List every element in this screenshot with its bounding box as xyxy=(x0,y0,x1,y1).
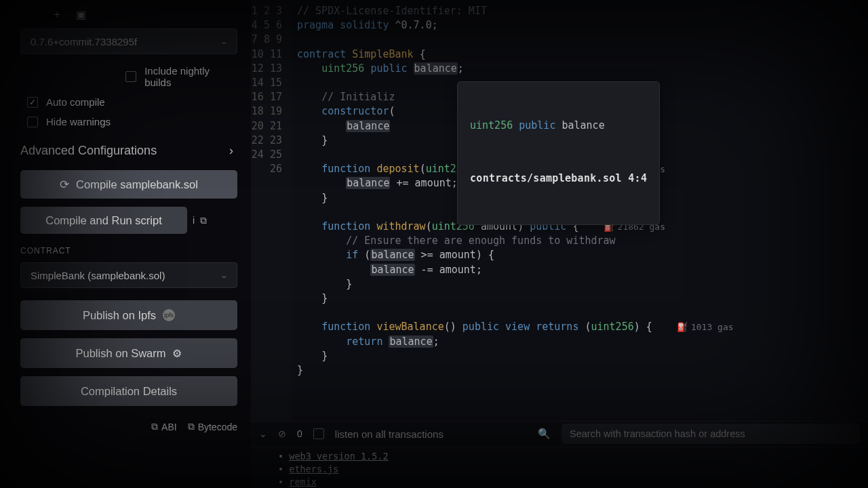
hidewarnings-label: Hide warnings xyxy=(46,116,111,127)
autocompile-checkbox[interactable] xyxy=(27,97,38,108)
terminal-log: • web3 version 1.5.2 • ethers.js • remix xyxy=(251,447,868,488)
listen-checkbox[interactable] xyxy=(313,428,324,439)
autocompile-label: Auto compile xyxy=(46,96,105,108)
contract-select[interactable]: SimpleBank (samplebank.sol) ⌄ xyxy=(20,262,237,288)
refresh-icon: ⟳ xyxy=(60,178,69,191)
panel-icon[interactable]: ▣ xyxy=(73,8,90,21)
tx-search-placeholder: Search with transaction hash or address xyxy=(570,428,745,439)
advanced-config-toggle[interactable]: Advanced Configurations › xyxy=(20,131,237,167)
tabs-row: ······ ＋ ▣ xyxy=(20,7,237,22)
publish-swarm-button[interactable]: Publish on Swarm ⚙ xyxy=(20,338,237,368)
pending-count: 0 xyxy=(297,428,302,439)
compiler-sidebar: ······ ＋ ▣ 0.7.6+commit.7338295f ⌄ Inclu… xyxy=(0,0,251,488)
contract-section-label: CONTRACT xyxy=(20,246,237,256)
hidewarnings-checkbox[interactable] xyxy=(27,117,38,127)
listen-label: listen on all transactions xyxy=(335,428,443,440)
log-ethers[interactable]: ethers.js xyxy=(289,464,338,474)
line-number-gutter: 1 2 3 4 5 6 7 8 9 10 11 12 13 14 15 16 1… xyxy=(251,0,292,421)
code-editor[interactable]: 1 2 3 4 5 6 7 8 9 10 11 12 13 14 15 16 1… xyxy=(251,0,868,488)
compiler-version-select[interactable]: 0.7.6+commit.7338295f ⌄ xyxy=(20,28,237,54)
compilation-details-button[interactable]: Compilation Details xyxy=(20,376,237,406)
copy-icon[interactable]: ⧉ xyxy=(200,215,207,226)
compile-run-button[interactable]: Compile and Run script xyxy=(20,207,187,234)
nightly-label: Include nightly builds xyxy=(144,65,237,88)
abi-link[interactable]: ⧉ ABI xyxy=(151,421,177,432)
search-icon[interactable]: 🔍 xyxy=(538,428,551,440)
info-icon[interactable]: i xyxy=(193,215,195,226)
chevron-down-icon: ⌄ xyxy=(220,271,229,280)
log-remix[interactable]: remix xyxy=(289,476,317,487)
bytecode-link[interactable]: ⧉ Bytecode xyxy=(188,421,237,432)
add-tab-icon[interactable]: ＋ xyxy=(49,7,66,22)
swarm-icon: ⚙ xyxy=(172,347,182,360)
log-web3[interactable]: web3 version 1.5.2 xyxy=(289,451,388,462)
collapse-icon[interactable]: ⌄ xyxy=(259,428,267,439)
publish-swarm-label: Publish on Swarm xyxy=(76,347,166,360)
ipfs-icon: ipfs xyxy=(163,309,175,321)
advanced-config-label: Advanced Configurations xyxy=(20,144,157,158)
hover-tooltip: uint256 public balance contracts/sampleb… xyxy=(457,81,660,225)
nightly-checkbox[interactable] xyxy=(125,71,136,82)
contract-select-value: SimpleBank (samplebank.sol) xyxy=(31,270,165,281)
publish-ipfs-button[interactable]: Publish on Ipfs ipfs xyxy=(20,300,237,330)
compile-button[interactable]: ⟳ Compile samplebank.sol xyxy=(20,170,237,199)
compilation-details-label: Compilation Details xyxy=(81,385,177,398)
tx-search-input[interactable]: Search with transaction hash or address xyxy=(561,424,860,444)
compiler-version-value: 0.7.6+commit.7338295f xyxy=(31,36,137,47)
chevron-right-icon: › xyxy=(229,144,233,158)
tooltip-signature: uint256 public balance xyxy=(470,119,647,133)
tooltip-location: contracts/samplebank.sol 4:4 xyxy=(470,171,647,186)
clear-icon[interactable]: ⊘ xyxy=(278,428,286,439)
chevron-down-icon: ⌄ xyxy=(220,37,229,46)
compile-run-label: Compile and Run script xyxy=(45,214,162,227)
compile-button-label: Compile samplebank.sol xyxy=(76,178,198,191)
publish-ipfs-label: Publish on Ipfs xyxy=(83,309,156,322)
terminal-panel: ⌄ ⊘ 0 listen on all transactions 🔍 Searc… xyxy=(251,421,868,488)
code-content[interactable]: // SPDX-License-Identifier: MIT pragma s… xyxy=(292,0,868,421)
tab-placeholder: ······ xyxy=(20,9,42,19)
